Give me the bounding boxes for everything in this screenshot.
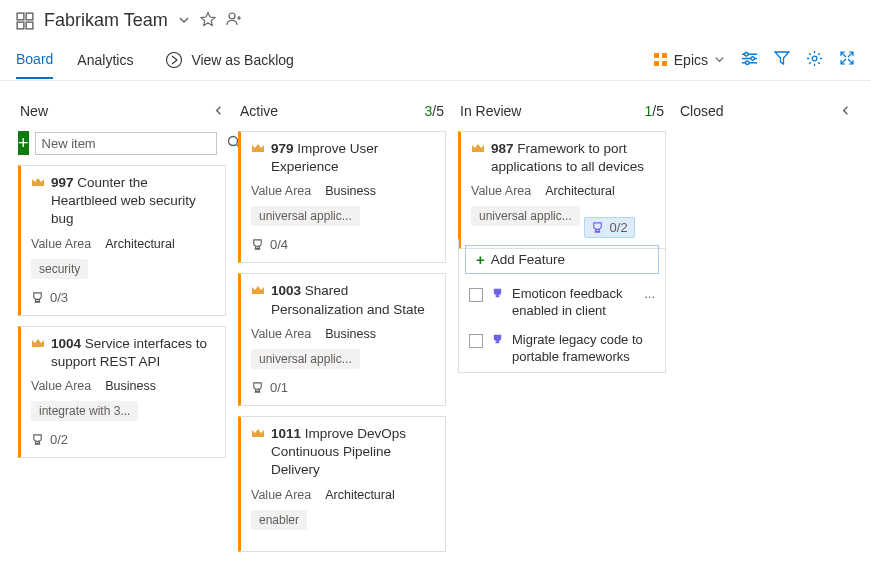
favorite-star-icon[interactable] bbox=[200, 11, 216, 30]
card-997[interactable]: 997 Counter the Heartbleed web security … bbox=[18, 165, 226, 316]
tag[interactable]: universal applic... bbox=[251, 349, 360, 369]
epic-crown-icon bbox=[31, 175, 45, 229]
column-closed: Closed bbox=[672, 99, 859, 563]
plus-icon: + bbox=[476, 251, 485, 268]
value-area-label: Value Area bbox=[471, 184, 531, 198]
epic-crown-icon bbox=[251, 141, 265, 176]
view-as-backlog-button[interactable]: View as Backlog bbox=[165, 51, 293, 69]
card-1011[interactable]: 1011 Improve DevOps Continuous Pipeline … bbox=[238, 416, 446, 552]
value-area-label: Value Area bbox=[251, 184, 311, 198]
epic-crown-icon bbox=[471, 141, 485, 176]
value-area: Business bbox=[325, 184, 376, 198]
column-active: Active 3/5 979 Improve User Experience V… bbox=[232, 99, 452, 563]
epic-crown-icon bbox=[251, 426, 265, 480]
column-new: New + 997 Counter the Heartbleed web sec… bbox=[12, 99, 232, 563]
column-title: In Review bbox=[460, 103, 521, 119]
child-items-panel: + Add Feature Emoticon feedback enabled … bbox=[458, 239, 666, 373]
svg-rect-2 bbox=[17, 22, 24, 29]
team-dropdown-icon[interactable] bbox=[178, 13, 190, 29]
value-area-label: Value Area bbox=[31, 379, 91, 393]
child-item[interactable]: Migrate legacy code to portable framewor… bbox=[459, 326, 665, 372]
card-987[interactable]: 987 Framework to port applications to al… bbox=[458, 131, 666, 249]
svg-point-11 bbox=[751, 56, 755, 60]
feature-trophy-icon bbox=[491, 287, 504, 303]
value-area: Architectural bbox=[105, 237, 174, 251]
settings-sliders-icon[interactable] bbox=[741, 50, 758, 70]
child-count[interactable]: 0/3 bbox=[31, 290, 215, 305]
value-area-label: Value Area bbox=[251, 327, 311, 341]
svg-point-10 bbox=[745, 52, 749, 56]
add-feature-label: Add Feature bbox=[491, 252, 565, 267]
filter-icon[interactable] bbox=[774, 50, 790, 69]
card-1004[interactable]: 1004 Service interfaces to support REST … bbox=[18, 326, 226, 458]
child-count[interactable]: 0/1 bbox=[251, 380, 435, 395]
svg-point-12 bbox=[746, 60, 750, 64]
gear-icon[interactable] bbox=[806, 50, 823, 70]
column-title: Closed bbox=[680, 103, 724, 119]
tag[interactable]: integrate with 3... bbox=[31, 401, 138, 421]
card-1003[interactable]: 1003 Shared Personalization and State Va… bbox=[238, 273, 446, 405]
epics-selector[interactable]: Epics bbox=[653, 52, 725, 68]
tab-analytics[interactable]: Analytics bbox=[77, 42, 133, 78]
column-in-review: In Review 1/5 987 Framework to port appl… bbox=[452, 99, 672, 563]
value-area: Business bbox=[105, 379, 156, 393]
tag[interactable]: security bbox=[31, 259, 88, 279]
tag[interactable]: universal applic... bbox=[251, 206, 360, 226]
svg-point-5 bbox=[167, 52, 182, 67]
feature-trophy-icon bbox=[491, 333, 504, 349]
epic-crown-icon bbox=[251, 283, 265, 318]
view-as-backlog-label: View as Backlog bbox=[191, 52, 293, 68]
wip-count: 3/5 bbox=[425, 103, 444, 119]
epic-crown-icon bbox=[31, 336, 45, 371]
checkbox[interactable] bbox=[469, 334, 483, 348]
svg-rect-7 bbox=[662, 53, 667, 58]
card-id: 1011 bbox=[271, 426, 301, 441]
child-count[interactable]: 0/4 bbox=[251, 237, 435, 252]
epics-label: Epics bbox=[674, 52, 708, 68]
more-icon[interactable]: ... bbox=[644, 286, 655, 301]
column-title: Active bbox=[240, 103, 278, 119]
tab-board[interactable]: Board bbox=[16, 41, 53, 79]
child-count[interactable]: 0/2 bbox=[31, 432, 215, 447]
tag[interactable]: universal applic... bbox=[471, 206, 580, 226]
child-count-expanded[interactable]: 0/2 bbox=[584, 217, 635, 238]
column-title: New bbox=[20, 103, 48, 119]
svg-rect-1 bbox=[26, 13, 33, 20]
wip-count: 1/5 bbox=[645, 103, 664, 119]
team-icon bbox=[16, 12, 34, 30]
add-feature-button[interactable]: + Add Feature bbox=[465, 245, 659, 274]
value-area-label: Value Area bbox=[31, 237, 91, 251]
team-members-icon[interactable] bbox=[226, 11, 244, 30]
svg-point-4 bbox=[229, 13, 235, 19]
value-area: Architectural bbox=[545, 184, 614, 198]
svg-point-13 bbox=[812, 56, 817, 61]
svg-rect-0 bbox=[17, 13, 24, 20]
svg-rect-8 bbox=[654, 61, 659, 66]
card-id: 987 bbox=[491, 141, 514, 156]
child-title: Emoticon feedback enabled in client bbox=[512, 286, 636, 320]
new-item-button[interactable]: + bbox=[18, 131, 29, 155]
value-area: Architectural bbox=[325, 488, 394, 502]
fullscreen-icon[interactable] bbox=[839, 50, 855, 69]
child-item[interactable]: Emoticon feedback enabled in client ... bbox=[459, 280, 665, 326]
checkbox[interactable] bbox=[469, 288, 483, 302]
svg-rect-6 bbox=[654, 53, 659, 58]
kanban-board: New + 997 Counter the Heartbleed web sec… bbox=[0, 81, 871, 563]
value-area: Business bbox=[325, 327, 376, 341]
tag[interactable]: enabler bbox=[251, 510, 307, 530]
team-title[interactable]: Fabrikam Team bbox=[44, 10, 168, 31]
card-id: 1004 bbox=[51, 336, 81, 351]
new-item-input[interactable] bbox=[35, 132, 217, 155]
collapse-column-icon[interactable] bbox=[840, 103, 851, 119]
card-979[interactable]: 979 Improve User Experience Value AreaBu… bbox=[238, 131, 446, 263]
card-id: 979 bbox=[271, 141, 294, 156]
svg-rect-9 bbox=[662, 61, 667, 66]
card-id: 997 bbox=[51, 175, 74, 190]
value-area-label: Value Area bbox=[251, 488, 311, 502]
svg-rect-3 bbox=[26, 22, 33, 29]
card-title: Framework to port applications to all de… bbox=[491, 141, 644, 174]
card-id: 1003 bbox=[271, 283, 301, 298]
child-title: Migrate legacy code to portable framewor… bbox=[512, 332, 655, 366]
collapse-column-icon[interactable] bbox=[213, 103, 224, 119]
